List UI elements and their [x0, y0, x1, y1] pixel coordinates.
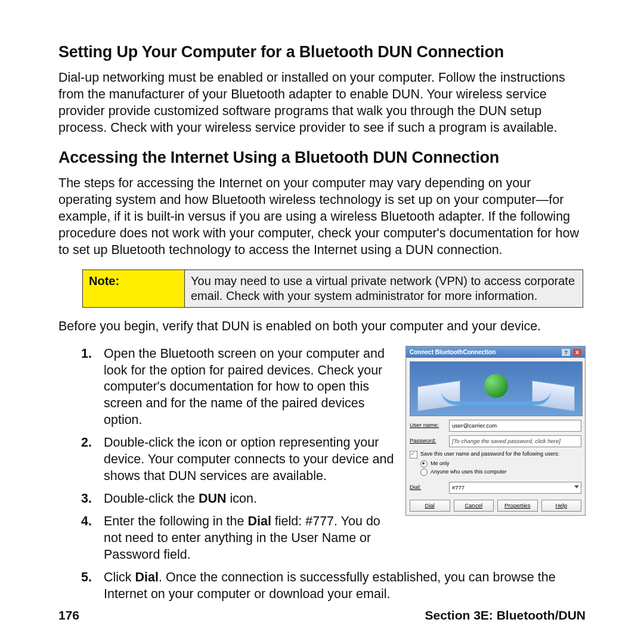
password-label: Password:	[410, 437, 445, 444]
paragraph-access: The steps for accessing the Internet on …	[58, 175, 586, 259]
help-icon[interactable]: ?	[562, 349, 570, 356]
dial-button[interactable]: Dial	[410, 500, 450, 512]
section-label: Section 3E: Bluetooth/DUN	[425, 608, 586, 623]
note-box: Note: You may need to use a virtual priv…	[82, 270, 583, 308]
radio-me-only-label: Me only	[431, 460, 450, 467]
close-icon[interactable]: X	[573, 349, 581, 356]
help-button[interactable]: Help	[541, 500, 582, 512]
note-label: Note:	[83, 270, 185, 307]
heading-access: Accessing the Internet Using a Bluetooth…	[58, 147, 586, 168]
password-field[interactable]: [To change the saved password, click her…	[449, 435, 581, 447]
step-3: Double-click the DUN icon.	[99, 491, 395, 507]
properties-button[interactable]: Properties	[497, 500, 538, 512]
page-number: 176	[58, 608, 79, 623]
step-list-cont: Click Dial. Once the connection is succe…	[58, 569, 586, 603]
note-body: You may need to use a virtual private ne…	[185, 270, 583, 307]
dialog-title-text: Connect BluetoothConnection	[410, 348, 496, 356]
paragraph-before: Before you begin, verify that DUN is ena…	[58, 318, 586, 335]
radio-anyone-label: Anyone who uses this computer	[431, 469, 507, 476]
username-label: User name:	[410, 422, 445, 429]
paragraph-setup: Dial-up networking must be enabled or in…	[58, 70, 586, 137]
username-field[interactable]: user@carrier.com	[449, 420, 581, 432]
step-list: Open the Bluetooth screen on your comput…	[58, 346, 395, 564]
dial-field[interactable]: #777	[449, 482, 581, 494]
cancel-button[interactable]: Cancel	[454, 500, 494, 512]
step-1: Open the Bluetooth screen on your comput…	[99, 346, 395, 429]
dialog-screenshot: Connect BluetoothConnection ? X User nam…	[405, 346, 586, 516]
dialog-hero-image	[410, 361, 583, 416]
step-4: Enter the following in the Dial field: #…	[99, 513, 395, 564]
dialog-titlebar: Connect BluetoothConnection ? X	[406, 346, 585, 358]
step-5: Click Dial. Once the connection is succe…	[99, 569, 586, 603]
dial-label: Dial:	[410, 484, 445, 491]
heading-setup: Setting Up Your Computer for a Bluetooth…	[58, 42, 586, 63]
radio-anyone[interactable]	[420, 469, 428, 476]
save-label: Save this user name and password for the…	[420, 451, 559, 457]
radio-me-only[interactable]	[420, 460, 428, 467]
step-2: Double-click the icon or option represen…	[99, 435, 395, 485]
save-checkbox[interactable]	[410, 451, 417, 459]
